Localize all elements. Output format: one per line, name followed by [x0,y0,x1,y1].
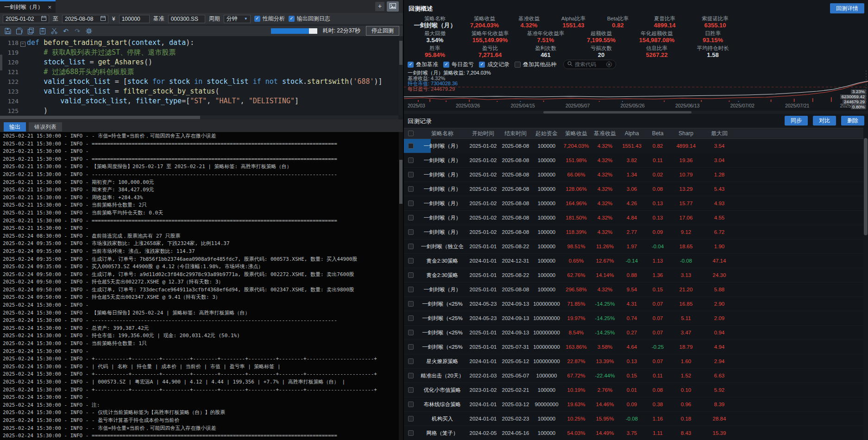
checkbox-icon[interactable] [408,358,414,364]
checkbox-icon[interactable] [408,143,414,149]
record-row[interactable]: 一剑封喉（月）2025-01-022025-08-08100000181.50%… [404,211,863,225]
checkbox-icon[interactable] [408,272,414,278]
record-row[interactable]: 一剑封喉（<25%2024-05-232024-09-1310000000071… [404,297,863,311]
checkbox-icon[interactable] [408,244,414,249]
checkbox-icon[interactable] [408,62,414,68]
checkbox-icon[interactable] [408,201,414,206]
checkbox-icon[interactable] [443,62,449,68]
search-input[interactable]: 搜索代码 × [563,60,616,69]
backtest-detail-button[interactable]: 回测详情 [830,3,864,13]
benchmark-input[interactable]: 000300.SS [168,15,205,23]
record-row[interactable]: 一剑封喉（月）2025-01-022025-08-08100000128.06%… [404,182,863,196]
end-date-input[interactable]: 2025-08-08 [62,15,108,23]
stat-item: 夏普比率4899.14 [640,15,689,29]
output-log-checkbox[interactable]: 输出回测日志 [289,15,330,23]
filter-checkbox[interactable]: 叠加基准 [408,61,438,69]
copy-icon[interactable] [27,27,35,35]
row-checkbox-cell [404,402,418,407]
perf-analysis-checkbox[interactable]: 性能分析 [254,15,285,23]
editor-hscrollbar[interactable] [0,116,200,119]
log-scrollbar-track[interactable] [399,132,403,440]
log-output[interactable]: 2025-02-21 15:30:00 - INFO - - 市值=持仓量×当前… [0,132,399,440]
period-select[interactable]: 分钟 ▼ [224,15,251,23]
stop-backtest-button[interactable]: 停止回测 [366,26,399,36]
capital-input[interactable]: 100000 [119,15,150,23]
checkbox-icon[interactable] [408,131,414,136]
records-scrollbar-track[interactable] [863,128,868,440]
paste-icon[interactable] [38,27,47,35]
record-row[interactable]: 优化小市值策略2023-01-022025-02-2110000010.19%2… [404,383,863,397]
checkbox-icon[interactable] [408,157,414,163]
checkbox-icon[interactable] [408,330,414,335]
records-scrollbar[interactable] [864,138,868,235]
checkbox-icon[interactable] [408,387,414,393]
chart-view-button[interactable] [387,1,399,12]
compare-button[interactable]: 对比 [813,116,836,126]
record-row[interactable]: 一剑封喉（<25%2025-01-012024-09-131000000008.… [404,326,863,340]
chart-hscrollbar-track[interactable] [404,111,868,114]
record-row[interactable]: 网格（笼子）2024-02-052024-05-1610000054.03%14… [404,426,863,440]
strategy-tab[interactable]: 一剑封喉（月） × [0,0,56,13]
record-row[interactable]: 机构买入2024-01-012025-02-2310000010.25%15.9… [404,412,863,426]
checkbox-icon[interactable] [408,172,414,177]
checkbox-icon[interactable] [254,16,260,22]
checkbox-icon[interactable] [408,315,414,321]
filter-checkbox[interactable]: 每日盈亏 [443,61,474,69]
save-all-icon[interactable] [15,27,24,35]
record-row[interactable]: 一剑封喉（<25%2024-05-232024-09-1310000000019… [404,311,863,326]
log-scrollbar[interactable] [399,160,403,204]
editor-hscrollbar-track[interactable] [0,115,398,119]
undo-icon[interactable]: ↶ [62,27,70,35]
checkbox-icon[interactable] [408,287,414,292]
record-row[interactable]: 星火燎原策略2024-01-012025-05-1210000000022.87… [404,354,863,369]
checkbox-icon[interactable] [408,416,414,421]
checkbox-icon[interactable] [408,186,414,192]
checkbox-icon[interactable] [408,301,414,307]
filter-checkbox[interactable]: 成交记录 [479,61,509,69]
gear-icon[interactable] [85,27,93,35]
delete-button[interactable]: 删除 [841,116,864,126]
tab-output[interactable]: 输出 [4,122,26,132]
editor-vscrollbar[interactable] [399,41,403,65]
record-row[interactable]: 一剑封喉（<25%2025-01-012025-07-3110000000016… [404,340,863,354]
record-row[interactable]: 一剑封喉（月）2025-01-022025-08-08100000151.98%… [404,153,863,168]
sync-button[interactable]: 同步 [785,116,808,126]
record-row[interactable]: 一剑封喉（月）2025-01-022025-08-08100000118.39%… [404,225,863,239]
record-row[interactable]: 一剑封喉（月）2025-01-012025-08-08100000296.58%… [404,283,863,297]
clear-search-icon[interactable]: × [606,62,612,67]
performance-chart[interactable]: 一剑封喉（月）策略收益: 7,204.03%基准收益: 4.32%持仓市值: 7… [404,70,868,103]
checkbox-icon[interactable] [515,62,521,68]
tab-error-list[interactable]: 错误列表 [29,122,62,132]
record-row[interactable]: 一剑封喉（月）2025-01-022025-08-08100000164.96%… [404,196,863,211]
checkbox-icon[interactable] [479,62,485,68]
save-icon[interactable] [4,27,12,35]
cut-icon[interactable] [50,27,58,35]
code-editor[interactable]: 118−def before_trading_start(context, da… [0,36,403,119]
record-row[interactable]: 黄金2:30策略2024-01-012024-12-311000000.65%1… [404,254,863,268]
record-row[interactable]: 布林线综合策略2024-01-012025-03-129000000019.63… [404,397,863,412]
chart-hscrollbar[interactable] [543,111,692,113]
checkbox-icon[interactable] [408,258,414,264]
max-drawdown: 2.90 [701,301,737,307]
record-row[interactable]: 一剑封喉（月）2025-01-022025-08-0810000066.06%4… [404,168,863,182]
record-row[interactable]: 精准出击（20天）2022-01-032025-05-07100000067.7… [404,369,863,383]
checkbox-icon[interactable] [408,373,414,378]
start-date-input[interactable]: 2025-01-02 [3,15,49,23]
record-row[interactable]: 黄金2:30策略2025-01-012025-08-2210000062.76%… [404,268,863,283]
new-tab-button[interactable]: + [375,2,384,11]
checkbox-icon[interactable] [408,229,414,235]
checkbox-icon[interactable] [408,402,414,407]
record-row[interactable]: 一剑封喉（月）2025-01-022025-08-081000007,204.0… [404,139,431,153]
start-date: 2025-01-02 [467,215,499,220]
filter-checkbox[interactable]: 叠加其他品种 [515,61,556,69]
record-row[interactable]: 一剑封喉（独立仓2025-01-012025-08-2210000098.51%… [404,239,863,254]
close-icon[interactable]: × [48,4,51,11]
editor-vscrollbar-track[interactable] [399,36,403,115]
fold-icon[interactable]: − [20,42,25,47]
checkbox-icon[interactable] [408,215,414,220]
checkbox-icon[interactable] [408,430,414,436]
checkbox-icon[interactable] [408,344,414,350]
redo-icon[interactable]: ↷ [73,27,82,35]
panel-collapse-handle[interactable] [0,55,2,70]
checkbox-icon[interactable] [289,16,295,22]
